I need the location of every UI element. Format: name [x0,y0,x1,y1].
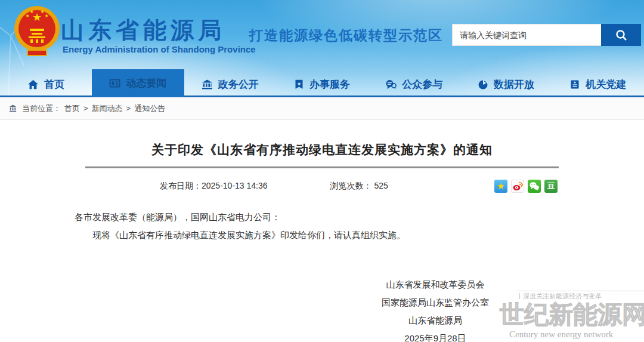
publish-date-label: 发布日期： [160,181,202,190]
home-icon [27,79,39,90]
nav-item-open-data[interactable]: 数据开放 [460,72,552,97]
nav-item-news[interactable]: 动态要闻 [92,69,184,97]
nav-item-home[interactable]: 首页 [0,72,92,97]
service-badge-icon: ★ [294,79,304,90]
breadcrumb-link-notices[interactable]: 通知公告 [134,103,165,114]
site-title: 山东省能源局 [61,14,225,47]
nav-item-label: 数据开放 [494,78,534,91]
view-count-label: 浏览次数： [330,181,372,190]
breadcrumb: 当前位置： 首页 > 新闻动态 > 通知公告 [0,97,644,120]
article-paragraph: 各市发展改革委（能源局），国网山东省电力公司： [75,208,569,226]
qzone-share-icon[interactable]: ★ [494,180,507,193]
site-header: ★ ★ ★ ★ ★ 山东省能源局 Energy Administration o… [0,0,644,97]
speech-bubbles-icon [385,79,397,90]
nav-item-label: 机关党建 [586,78,626,91]
nav-item-label: 政务公开 [218,78,259,91]
wechat-share-icon[interactable] [528,180,541,193]
nav-item-participation[interactable]: 公众参与 [368,72,460,97]
breadcrumb-separator: > [126,104,131,113]
publish-date: 发布日期：2025-10-13 14:36 [160,181,268,192]
search-input[interactable] [452,24,601,46]
breadcrumb-link-home[interactable]: 首页 [64,103,80,114]
nav-item-party[interactable]: 机关党建 [552,72,644,97]
breadcrumb-link-news[interactable]: 新闻动态 [92,103,123,114]
government-icon [202,79,213,90]
nav-item-label: 首页 [44,78,64,91]
pie-chart-icon [478,79,488,90]
nav-item-label: 公众参与 [402,78,442,91]
douban-share-icon[interactable]: 豆 [544,180,558,193]
main-nav: 首页 动态要闻 [0,69,644,97]
svg-text:★: ★ [44,13,48,19]
weibo-share-icon[interactable] [511,180,524,193]
page: ★ ★ ★ ★ ★ 山东省能源局 Energy Administration o… [0,0,644,342]
clipboard-icon [569,79,580,90]
news-icon [109,78,120,88]
title-divider [85,167,559,168]
svg-text:★: ★ [29,9,33,14]
site-slogan: 打造能源绿色低碳转型示范区 [249,26,443,45]
search-bar [452,24,641,46]
nav-item-services[interactable]: ★ 办事服务 [276,72,368,97]
nav-item-gov-info[interactable]: 政务公开 [184,72,276,97]
breadcrumb-label: 当前位置： [22,103,61,114]
share-bar: ★ [494,180,558,193]
article-title: 关于印发《山东省有序推动绿电直连发展实施方案》的通知 [75,141,569,158]
nav-item-label: 办事服务 [309,78,350,91]
signature-line: 2025年9月28日 [358,329,513,342]
article: 关于印发《山东省有序推动绿电直连发展实施方案》的通知 发布日期：2025-10-… [0,120,644,342]
search-icon [615,29,628,42]
signature-line: 山东省能源局 [358,312,513,329]
signature-line: 山东省发展和改革委员会 [358,276,513,294]
article-body: 各市发展改革委（能源局），国网山东省电力公司： 现将《山东省有序推动绿电直连发展… [75,208,569,244]
signature-block: 山东省发展和改革委员会 国家能源局山东监管办公室 山东省能源局 2025年9月2… [358,276,513,342]
national-emblem: ★ ★ ★ ★ ★ [12,5,62,57]
article-meta: 发布日期：2025-10-13 14:36 浏览次数： 525 ★ [75,180,569,193]
nav-item-label: 动态要闻 [126,76,166,90]
svg-text:★: ★ [297,81,301,87]
site-subtitle-en: Energy Administration of Shandong Provin… [63,44,256,54]
view-count-value: 525 [374,181,388,190]
publish-date-value: 2025-10-13 14:36 [202,181,268,190]
article-paragraph: 现将《山东省有序推动绿电直连发展实施方案》印发给你们，请认真组织实施。 [75,226,569,244]
view-count: 浏览次数： 525 [330,181,388,192]
building-icon [8,104,17,113]
breadcrumb-separator: > [83,104,88,113]
search-button[interactable] [601,24,641,46]
signature-line: 国家能源局山东监管办公室 [358,294,513,312]
